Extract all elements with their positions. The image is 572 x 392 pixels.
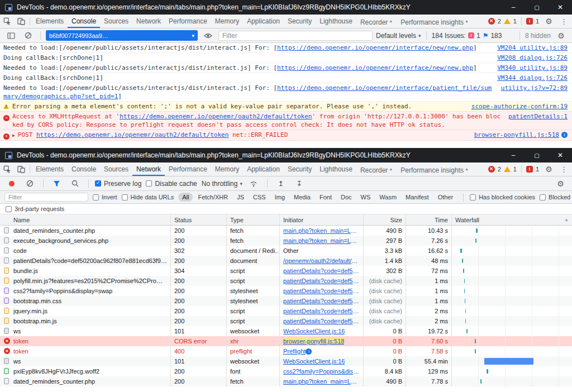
tab-memory[interactable]: Memory — [211, 162, 243, 176]
console-source-link[interactable]: VM204 utility.js:89 — [497, 44, 568, 52]
column-header-status[interactable]: Status — [171, 214, 227, 225]
filter-pill-doc[interactable]: Doc — [337, 193, 356, 202]
blocked-requests-checkbox[interactable]: Blocked Requests — [540, 194, 572, 200]
request-initiator-link[interactable]: browser-ponyfill.js:518 — [283, 338, 344, 345]
request-initiator-link[interactable]: main.php?token_main=LpKI0B… — [283, 237, 360, 244]
network-settings-gear-icon[interactable]: ⚙ — [554, 177, 568, 190]
console-source-link[interactable]: VM340 utility.js:89 — [497, 64, 568, 72]
tab-application[interactable]: Application — [243, 162, 284, 176]
network-request-row[interactable]: ✕token400preflightPreflighti0 B7.58 s — [0, 346, 572, 356]
tab-lighthouse[interactable]: Lighthouse — [316, 162, 356, 176]
column-header-initiator[interactable]: Initiator — [280, 214, 364, 225]
network-request-row[interactable]: pxiEyp8kv8JHgFVrJJfecg.woff2200fontcss2?… — [0, 366, 572, 376]
network-request-row[interactable]: code302document / Redi…Other3.3 kB16.62 … — [0, 246, 572, 256]
clear-console-icon[interactable] — [21, 29, 35, 42]
warning-badge-icon[interactable] — [504, 18, 511, 24]
filter-funnel-icon[interactable] — [50, 177, 64, 190]
network-request-row[interactable]: dated_reminders_counter.php200fetchmain.… — [0, 226, 572, 236]
console-source-link[interactable]: VM208 dialog.js:726 — [497, 54, 568, 62]
request-initiator-link[interactable]: WebSocketClient.js:16 — [283, 358, 345, 365]
request-initiator-link[interactable]: patientDetails?code=def5020… — [283, 278, 360, 284]
minimize-button[interactable]: – — [502, 0, 525, 15]
network-conditions-icon[interactable] — [247, 177, 261, 190]
tab-security[interactable]: Security — [284, 15, 316, 28]
network-request-row[interactable]: dated_reminders_counter.php200fetchmain.… — [0, 376, 572, 386]
settings-gear-icon[interactable]: ⚙ — [542, 15, 556, 28]
tab-network[interactable]: Network — [132, 162, 165, 176]
column-header-waterfall[interactable]: Waterfall ▲ — [452, 214, 572, 225]
hide-data-urls-checkbox[interactable]: Hide data URLs — [122, 194, 174, 200]
filter-pill-font[interactable]: Font — [316, 193, 336, 202]
column-header-name[interactable]: Name — [0, 214, 171, 225]
tab-recorder[interactable]: Recorder▲ — [356, 15, 397, 28]
request-initiator-link[interactable]: patientDetails?code=def5020… — [283, 318, 360, 324]
log-levels-dropdown[interactable]: Default levels ▾ — [376, 32, 421, 40]
tab-sources[interactable]: Sources — [100, 15, 132, 28]
maximize-button[interactable]: ▢ — [525, 0, 549, 15]
console-source-link[interactable]: browser-ponyfill.js:518 — [474, 131, 559, 139]
network-request-row[interactable]: execute_background_services.php200fetchm… — [0, 236, 572, 246]
column-header-size[interactable]: Size — [364, 214, 406, 225]
export-har-icon[interactable]: ↧ — [292, 177, 306, 190]
invert-checkbox[interactable]: Invert — [93, 194, 117, 200]
console-source-link[interactable]: patientDetails:1 — [508, 112, 568, 121]
initiator-info-icon[interactable]: i — [306, 348, 312, 355]
request-initiator-link[interactable]: Preflight — [283, 348, 306, 355]
search-icon[interactable] — [68, 177, 82, 190]
filter-pill-js[interactable]: JS — [233, 193, 248, 202]
filter-pill-ws[interactable]: WS — [357, 193, 375, 202]
network-request-row[interactable]: bootstrap.min.css200stylesheetpatientDet… — [0, 296, 572, 306]
tab-lighthouse[interactable]: Lighthouse — [316, 15, 356, 28]
filter-pill-wasm[interactable]: Wasm — [375, 193, 401, 202]
network-request-row[interactable]: patientDetails?code=def50200ac962f807e88… — [0, 256, 572, 266]
tab-elements[interactable]: Elements — [32, 162, 68, 176]
console-source-link[interactable]: utility.js?v=72:89 — [501, 84, 568, 92]
console-source-link[interactable]: scope-authorize-confirm:19 — [471, 102, 568, 111]
filter-pill-css[interactable]: CSS — [249, 193, 270, 202]
console-link[interactable]: https://demo.openemr.io/openemr/oauth2/d… — [120, 113, 312, 120]
column-header-type[interactable]: Type — [227, 214, 280, 225]
network-request-row[interactable]: bootstrap.min.js200scriptpatientDetails?… — [0, 316, 572, 326]
request-initiator-link[interactable]: main.php?token_main=LpKI0B… — [283, 227, 360, 234]
console-filter-input[interactable] — [218, 31, 373, 41]
tab-console[interactable]: Console — [68, 15, 100, 28]
record-network-log-icon[interactable] — [4, 177, 18, 190]
initiator-info-icon[interactable]: i — [561, 132, 568, 138]
console-link[interactable]: https://demo.openemr.io/openemr/interfac… — [277, 44, 473, 51]
expand-caret-icon[interactable]: ▶ — [12, 133, 15, 138]
network-request-row[interactable]: ✕tokenCORS errorxhrbrowser-ponyfill.js:5… — [0, 336, 572, 346]
console-source-link[interactable]: VM344 dialog.js:726 — [497, 74, 568, 82]
javascript-context-selector[interactable]: b6bf007724993aa9… ▾ — [46, 30, 198, 41]
issues-summary[interactable]: 184 Issues: ! 1 ⚑ 183 — [432, 32, 502, 40]
clear-network-log-icon[interactable] — [23, 177, 37, 190]
kebab-menu-icon[interactable]: ⋮ — [559, 17, 569, 26]
tab-elements[interactable]: Elements — [32, 15, 68, 28]
device-toolbar-icon[interactable] — [14, 162, 28, 176]
settings-gear-icon[interactable]: ⚙ — [542, 162, 556, 176]
scroll-up-arrow-icon[interactable]: ▲ — [564, 217, 569, 222]
filter-pill-all[interactable]: All — [178, 193, 193, 202]
has-blocked-cookies-checkbox[interactable]: Has blocked cookies — [470, 194, 535, 200]
preserve-log-checkbox[interactable]: Preserve log — [95, 180, 141, 188]
filter-pill-manifest[interactable]: Manifest — [402, 193, 433, 202]
live-expression-eye-icon[interactable] — [201, 29, 215, 42]
tab-recorder[interactable]: Recorder▲ — [356, 162, 397, 176]
disable-cache-checkbox[interactable]: Disable cache — [146, 180, 197, 188]
network-request-row[interactable]: ws101websocketWebSocketClient.js:160 B19… — [0, 326, 572, 336]
request-initiator-link[interactable]: WebSocketClient.js:16 — [283, 328, 345, 334]
network-request-row[interactable]: jquery.min.js200scriptpatientDetails?cod… — [0, 306, 572, 316]
request-initiator-link[interactable]: css2?family=Poppins&display… — [283, 368, 360, 375]
tab-performance[interactable]: Performance — [165, 15, 211, 28]
console-link[interactable]: https://demo.openemr.io/openemr/oauth2/d… — [36, 131, 228, 138]
tab-console[interactable]: Console — [68, 162, 100, 176]
close-button[interactable]: ✕ — [549, 148, 572, 162]
throttling-dropdown[interactable]: No throttling ▾ — [202, 180, 242, 188]
network-request-row[interactable]: ws101websocketWebSocketClient.js:160 B55… — [0, 356, 572, 366]
issues-badge-icon[interactable]: ! — [526, 166, 533, 173]
tab-performance-insights[interactable]: Performance insights▲ — [397, 15, 473, 28]
tab-performance[interactable]: Performance — [165, 162, 211, 176]
network-request-row[interactable]: bundle.js304scriptpatientDetails?code=de… — [0, 266, 572, 276]
maximize-button[interactable]: ▢ — [525, 148, 549, 162]
filter-pill-img[interactable]: Img — [271, 193, 289, 202]
inspect-icon[interactable] — [0, 162, 14, 176]
